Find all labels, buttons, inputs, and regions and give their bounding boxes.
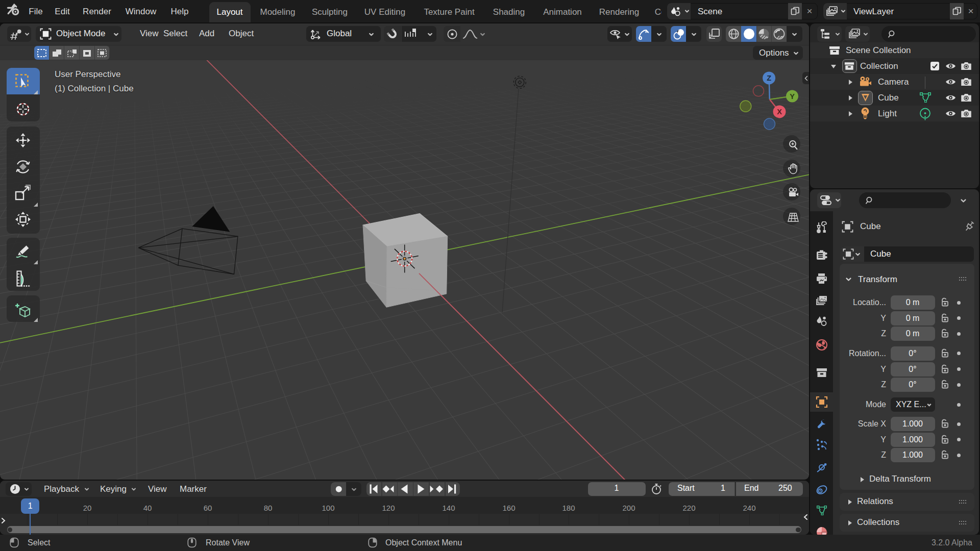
svg-text:Y: Y xyxy=(790,92,795,101)
svg-text:Z: Z xyxy=(767,74,771,82)
svg-text:X: X xyxy=(777,108,782,116)
